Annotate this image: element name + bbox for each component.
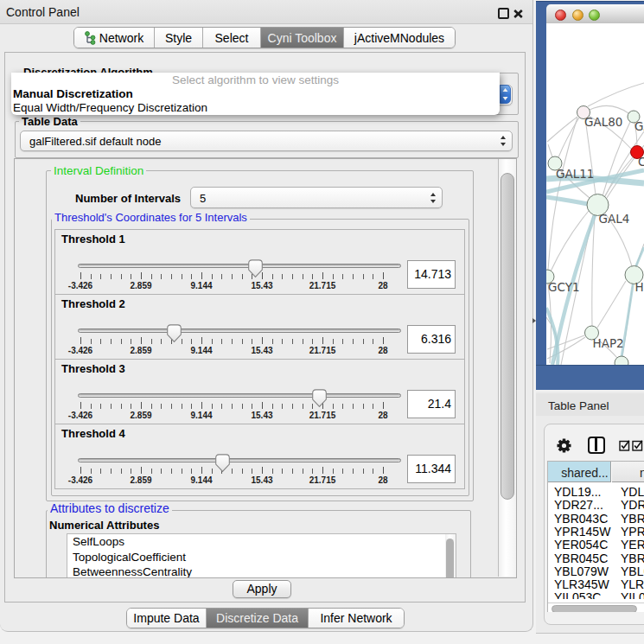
tab-style[interactable]: Style [155,28,203,48]
minimize-traffic-light[interactable] [572,10,583,21]
control-panel-window: Control Panel NetworkStyleSelectCyni Too… [0,0,533,632]
threshold-label: Threshold 1 [61,233,125,245]
svg-text:HAP2: HAP2 [593,336,624,350]
slider-thumb[interactable] [167,324,182,342]
cell-shared-name: YPR145W [554,525,610,539]
table-data-value: galFiltered.sif default node [29,135,161,148]
tab-label: Discretize Data [216,611,298,625]
table-row[interactable]: YPR145WYPR14 [548,525,644,538]
slider-tick-label: 28 [378,346,387,355]
slider-thumb[interactable] [215,454,230,472]
number-of-intervals-combobox[interactable]: 5 [190,187,443,208]
apply-button[interactable]: Apply [233,580,291,598]
dropdown-item-equal-width[interactable]: Equal Width/Frequency Discretization [11,101,501,115]
svg-text:GAL80: GAL80 [584,115,622,129]
dropdown-placeholder-item[interactable]: Select algorithm to view settings [11,73,500,87]
cell-name: YIL05 [621,590,644,598]
cell-name: YBR04 [621,552,644,565]
svg-text:GAL2: GAL2 [634,119,644,133]
tab-network[interactable]: Network [74,28,155,48]
bottom-tab-impute-data[interactable]: Impute Data [127,609,207,628]
split-divider-grip-icon[interactable] [532,318,536,323]
slider-tick-label: 2.859 [130,281,151,290]
threshold-value-field[interactable]: 14.713 [407,260,456,289]
node-table: shared... name YDL19...YDL19YDR27...YDR2… [547,461,644,612]
table-data-combobox[interactable]: galFiltered.sif default node [20,131,513,151]
settings-scrollpane: Interval Definition Number of Intervals … [14,158,517,578]
cell-shared-name: YIL053C [554,590,601,598]
attributes-group-label: Attributes to discretize [48,501,172,515]
split-table-icon[interactable] [588,437,605,454]
attribute-item-topologicalcoefficient[interactable]: TopologicalCoefficient [67,550,445,565]
checkbox-checked-icon[interactable] [619,440,630,451]
bottom-tab-bar: Impute DataDiscretize DataInfer Network [126,608,405,628]
tab-label: Style [165,31,192,45]
svg-text:GCY1: GCY1 [548,280,580,294]
slider-track[interactable] [78,393,401,398]
gear-icon[interactable] [557,438,571,453]
slider-track[interactable] [78,264,401,268]
threshold-value-field[interactable]: 21.4 [407,390,456,418]
table-row[interactable]: YLR345WYLR34 [548,577,644,590]
checkbox-checked-icon[interactable] [632,440,643,451]
attribute-item-betweennesscentrality[interactable]: BetweennessCentrality [67,564,445,578]
table-row[interactable]: YBR045CYBR04 [548,552,644,564]
cell-shared-name: YER054C [554,538,608,552]
network-canvas[interactable]: GAL80GAL2CDC6GAL11GAL4GCY1HSF1HAP2 [546,23,644,365]
close-icon[interactable] [513,10,523,18]
combo-arrows-icon [500,135,507,147]
slider-tick-label: 9.144 [190,281,212,290]
table-hscrollbar[interactable] [548,603,644,612]
bottom-tab-infer-network[interactable]: Infer Network [309,609,404,628]
cell-name: YPR14 [621,525,644,539]
slider-tick-label: 21.715 [309,346,336,355]
numerical-attributes-label: Numerical Attributes [49,519,159,532]
threshold-value-field[interactable]: 11.344 [407,455,456,483]
attributes-scrollbar-thumb[interactable] [446,539,454,578]
slider-tick-label: -3.426 [68,411,92,420]
bottom-tab-discretize-data[interactable]: Discretize Data [207,609,309,628]
threshold-box-3: Threshold 3-3.4262.8599.14415.4321.71528… [54,359,465,424]
threshold-label: Threshold 2 [61,297,125,310]
slider-thumb[interactable] [248,259,263,277]
attribute-item-selfloops[interactable]: SelfLoops [67,534,445,550]
threshold-value-field[interactable]: 6.316 [407,325,456,354]
tab-select[interactable]: Select [203,28,261,48]
svg-text:GAL11: GAL11 [556,167,594,181]
slider-tick-label: 2.859 [130,346,151,355]
numerical-attributes-list[interactable]: SelfLoopsTopologicalCoefficientBetweenne… [67,533,446,578]
slider-tick-label: 15.43 [251,281,272,290]
threshold-box-1: Threshold 1-3.4262.8599.14415.4321.71528… [54,229,465,295]
table-row[interactable]: YER054CYER05 [548,538,644,551]
slider-track[interactable] [78,458,401,462]
table-row[interactable]: YBL079WYBL07 [548,564,644,577]
zoom-traffic-light[interactable] [589,10,600,21]
tab-jactivemnodules[interactable]: jActiveMNodules [344,28,455,48]
float-window-icon[interactable] [498,8,509,19]
slider-tick-label: 28 [378,475,387,485]
threshold-box-2: Threshold 2-3.4262.8599.14415.4321.71528… [54,294,465,360]
tab-cyni-toolbox[interactable]: Cyni Toolbox [261,28,344,48]
close-traffic-light[interactable] [555,10,566,21]
table-row[interactable]: YDL19...YDL19 [548,485,644,498]
combo-arrows-icon [430,192,437,204]
attributes-list-scrollbar[interactable] [445,533,456,578]
main-scrollbar-thumb[interactable] [501,173,514,500]
dropdown-item-manual-discretization[interactable]: Manual Discretization [11,87,501,101]
table-row[interactable]: YDR27...YDR27 [548,498,644,511]
cell-shared-name: YBL079W [554,564,609,578]
slider-tick-label: 9.144 [190,346,212,355]
main-scrollbar-track[interactable] [498,159,516,577]
table-rows: YDL19...YDL19YDR27...YDR27YBR043CYBR04YP… [548,462,644,599]
cyni-toolbox-panel: Discretization Algorithm Table Data galF… [4,52,526,603]
slider-track[interactable] [78,328,401,333]
table-hscrollbar-thumb[interactable] [552,605,637,612]
number-of-intervals-value: 5 [200,191,206,204]
cell-name: YER05 [621,538,644,552]
table-row[interactable]: YBR043CYBR04 [548,512,644,525]
control-panel-titlebar: Control Panel [0,0,532,24]
table-row[interactable]: YIL053CYIL05 [548,590,644,598]
cell-name: YBR04 [621,512,644,526]
slider-thumb[interactable] [312,389,327,407]
interval-definition-label: Interval Definition [51,164,146,177]
